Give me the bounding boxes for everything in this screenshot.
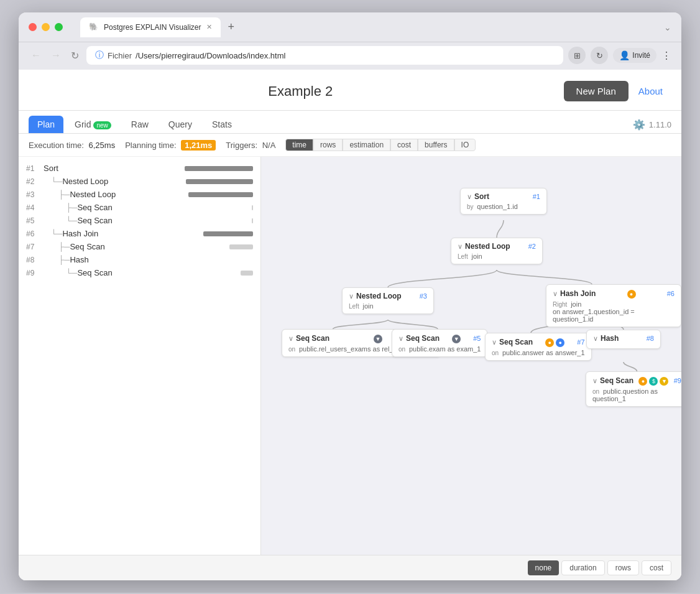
plan-row[interactable]: #5└─ Seq Scan	[19, 214, 260, 227]
refresh-button[interactable]: ↻	[68, 47, 81, 64]
left-panel: #1Sort#2└─ Nested Loop#3├─ Nested Loop#4…	[19, 157, 261, 555]
close-button[interactable]	[29, 23, 37, 31]
node-seq-scan-7[interactable]: ∨Seq Scan●●#7on public.answer as answer_…	[485, 333, 592, 361]
plan-row-name: Hash Join	[62, 229, 198, 238]
node-icons-row: ▼	[452, 335, 461, 343]
translate-icon[interactable]: ⊞	[568, 47, 586, 64]
tab-stats[interactable]: Stats	[203, 116, 241, 133]
app-header: Example 2 New Plan About	[19, 70, 681, 111]
node-badge-blue: ●	[556, 338, 564, 347]
plan-row-indent: └─	[44, 216, 77, 225]
new-tab-button[interactable]: +	[223, 21, 240, 34]
filter-tab-time[interactable]: time	[285, 139, 313, 151]
filter-tab-cost[interactable]: cost	[390, 139, 418, 151]
node-num[interactable]: #1	[533, 193, 540, 200]
node-badge-orange: ●	[627, 290, 636, 299]
plan-row-num: #2	[26, 177, 44, 186]
address-field[interactable]: ⓘ Fichier /Users/pierregiraud/Downloads/…	[86, 46, 563, 65]
node-title: Sort	[474, 192, 489, 201]
tab-query[interactable]: Query	[160, 116, 201, 133]
node-badge-teal: $	[649, 377, 658, 386]
plan-row-bar	[203, 231, 253, 236]
about-link[interactable]: About	[638, 86, 663, 96]
new-plan-button[interactable]: New Plan	[564, 81, 629, 101]
bottom-bar: nonedurationrowscost	[19, 555, 681, 580]
node-num[interactable]: #7	[577, 338, 584, 346]
connection-nested-loop-2-to-hash-join	[497, 270, 592, 284]
tab-grid[interactable]: Gridnew	[66, 116, 120, 133]
node-detail: on public.exam as exam_1	[398, 345, 481, 353]
node-num[interactable]: #6	[667, 290, 675, 297]
node-hash-8[interactable]: ∨Hash#8	[586, 330, 661, 349]
node-icons-row: ▼	[374, 335, 382, 343]
plan-row-num: #7	[26, 243, 44, 251]
connection-sort-to-nested-loop-2	[497, 220, 504, 238]
plan-row[interactable]: #7├─ Seq Scan	[19, 240, 260, 253]
maximize-button[interactable]	[55, 23, 63, 31]
filter-tab-rows[interactable]: rows	[313, 139, 343, 151]
bottom-btn-cost[interactable]: cost	[642, 560, 671, 575]
browser-menu-icon[interactable]: ⋮	[661, 50, 671, 62]
node-num[interactable]: #2	[528, 243, 536, 250]
plan-row[interactable]: #9└─ Seq Scan	[19, 266, 260, 279]
node-badge-yellow: ▼	[660, 377, 668, 386]
plan-row[interactable]: #3├─ Nested Loop	[19, 188, 260, 201]
node-num[interactable]: #8	[647, 335, 654, 342]
filter-tab-estimation[interactable]: estimation	[343, 139, 390, 151]
profile-button[interactable]: 👤 Invité	[613, 48, 656, 63]
plan-row[interactable]: #8├─ Hash	[19, 253, 260, 266]
plan-row-name: Sort	[44, 164, 180, 173]
connection-hash-8-to-seq-scan-9	[624, 362, 637, 371]
tab-close-icon[interactable]: ✕	[206, 23, 212, 31]
node-nested-loop-3[interactable]: ∨Nested Loop#3Left join	[342, 287, 434, 314]
minimize-button[interactable]	[42, 23, 50, 31]
toolbar-icons: ⊞ ↻ 👤 Invité ⋮	[568, 47, 671, 64]
node-num[interactable]: #5	[473, 335, 481, 342]
node-chevron: ∨	[553, 290, 558, 298]
back-button[interactable]: ←	[29, 47, 44, 63]
diagram-panel[interactable]: ∨Sort#1by question_1.id∨Nested Loop#2Lef…	[261, 157, 681, 555]
exec-label: Execution time:	[29, 141, 84, 150]
plan-row-indent: └─	[44, 229, 62, 238]
bottom-btn-duration[interactable]: duration	[561, 560, 604, 575]
forward-button[interactable]: →	[48, 47, 63, 63]
plan-row-num: #6	[26, 230, 44, 238]
plan-row-bar	[186, 179, 253, 184]
header-actions: New Plan About	[564, 81, 663, 101]
plan-row[interactable]: #1Sort	[19, 162, 260, 175]
browser-tab[interactable]: 🐘 Postgres EXPLAIN Visualizer ✕	[80, 17, 221, 37]
page-title: Example 2	[268, 83, 333, 100]
connection-nested-loop-3-to-seq-scan-4	[333, 320, 389, 329]
bottom-btn-rows[interactable]: rows	[607, 560, 639, 575]
node-nested-loop-2[interactable]: ∨Nested Loop#2Left join	[451, 238, 543, 264]
filter-tab-IO[interactable]: IO	[454, 139, 476, 151]
tab-plan[interactable]: Plan	[29, 116, 63, 133]
node-num[interactable]: #9	[674, 377, 681, 384]
node-chevron: ∨	[467, 193, 472, 201]
node-hash-join[interactable]: ∨Hash Join●#6Right joinon answer_1.quest…	[546, 284, 681, 327]
plan-row-name: Hash	[70, 255, 253, 264]
node-icons-row: ●$▼	[638, 377, 668, 386]
plan-row[interactable]: #4├─ Seq Scan	[19, 201, 260, 214]
node-seq-scan-9[interactable]: ∨Seq Scan●$▼#9on public.question as ques…	[586, 371, 681, 407]
address-bar: ← → ↻ ⓘ Fichier /Users/pierregiraud/Down…	[19, 42, 681, 70]
node-sort[interactable]: ∨Sort#1by question_1.id	[460, 188, 547, 215]
plan-row[interactable]: #2└─ Nested Loop	[19, 175, 260, 188]
node-chevron: ∨	[492, 338, 497, 346]
plan-row[interactable]: #6└─ Hash Join	[19, 227, 260, 240]
tab-raw[interactable]: Raw	[122, 116, 157, 133]
plan-row-bar	[188, 192, 253, 197]
diagram-area[interactable]: ∨Sort#1by question_1.id∨Nested Loop#2Lef…	[261, 157, 681, 555]
bottom-btn-none[interactable]: none	[528, 560, 560, 575]
plan-label: Planning time:	[125, 141, 176, 150]
node-num[interactable]: #3	[420, 292, 427, 300]
plan-row-indent: ├─	[44, 203, 77, 212]
window-expand-icon[interactable]: ⌄	[664, 22, 671, 32]
filter-tab-buffers[interactable]: buffers	[418, 139, 454, 151]
node-icons-row: ●	[627, 290, 636, 299]
sync-icon[interactable]: ↻	[591, 47, 608, 64]
plan-value: 1,21ms	[181, 140, 216, 151]
node-seq-scan-5[interactable]: ∨Seq Scan▼#5on public.exam as exam_1	[392, 329, 487, 357]
node-title: Seq Scan	[406, 334, 440, 343]
plan-row-num: #3	[26, 190, 44, 199]
